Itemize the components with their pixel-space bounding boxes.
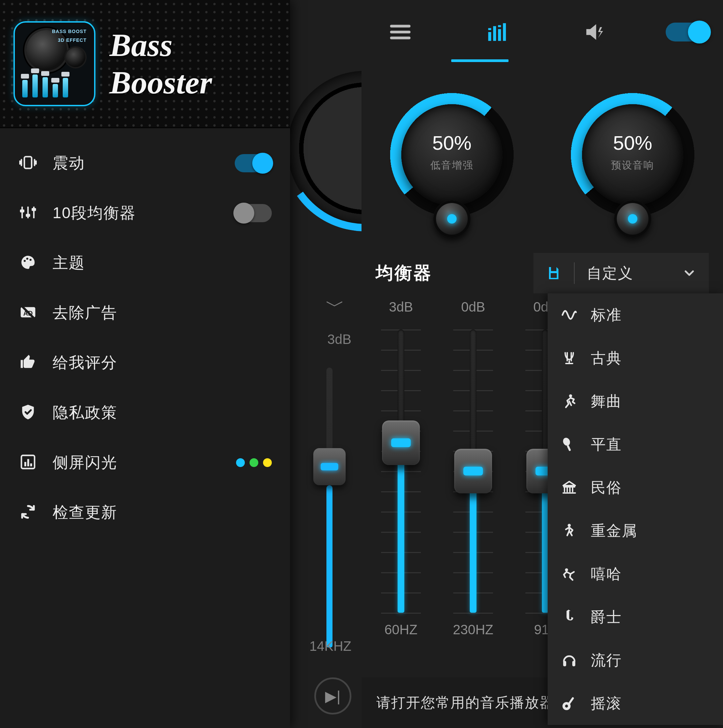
dancer-icon bbox=[561, 393, 577, 409]
menu-label: 震动 bbox=[53, 153, 85, 174]
divider bbox=[574, 262, 575, 284]
menu-label: 隐私政策 bbox=[53, 402, 117, 423]
chevron-down-icon bbox=[682, 266, 697, 281]
menu-item-rate[interactable]: 给我评分 bbox=[0, 338, 290, 388]
preset-item-pop[interactable]: 流行 bbox=[548, 639, 723, 682]
menu-label: 主题 bbox=[53, 252, 85, 274]
left-screenshot: ﹀ 3dB 14KHZ ▶| BASS BOOST 3D EFFECT Bass… bbox=[0, 0, 362, 728]
menu-label: 给我评分 bbox=[53, 352, 117, 373]
menu-label: 检查更新 bbox=[53, 502, 117, 523]
preset-item-dance[interactable]: 舞曲 bbox=[548, 380, 723, 423]
peek-freq-label: 14KHZ bbox=[310, 639, 352, 654]
thumb-up-icon bbox=[18, 353, 38, 372]
preset-item-hiphop[interactable]: 嘻哈 bbox=[548, 552, 723, 595]
menu-item-ten-band[interactable]: 10段均衡器 bbox=[0, 188, 290, 238]
next-track-button[interactable]: ▶| bbox=[314, 678, 352, 714]
band-hz: 230HZ bbox=[448, 622, 498, 637]
drawer-header: BASS BOOST 3D EFFECT Bass Booster bbox=[0, 0, 290, 128]
color-dots-icon bbox=[236, 458, 272, 467]
preset-label: 嘻哈 bbox=[591, 564, 622, 584]
preset-item-metal[interactable]: 重金属 bbox=[548, 509, 723, 552]
refresh-icon bbox=[18, 503, 38, 522]
hamburger-button[interactable] bbox=[375, 12, 426, 52]
dials-row: 50% 低音增强 50% 预设音响 bbox=[362, 64, 723, 253]
menu-item-theme[interactable]: 主题 bbox=[0, 238, 290, 288]
active-tab-indicator bbox=[451, 59, 509, 62]
headphones-icon bbox=[561, 652, 577, 668]
preset-item-flat[interactable]: 平直 bbox=[548, 423, 723, 466]
app-icon: BASS BOOST 3D EFFECT bbox=[14, 21, 95, 106]
museum-icon bbox=[561, 479, 577, 496]
menu-item-privacy[interactable]: 隐私政策 bbox=[0, 388, 290, 438]
breakdance-icon bbox=[561, 566, 577, 582]
preset-sound-dial[interactable]: 50% 预设音响 bbox=[558, 74, 707, 249]
wave-icon bbox=[561, 307, 577, 323]
menu-item-remove-ads[interactable]: 去除广告 bbox=[0, 288, 290, 338]
vibrate-icon bbox=[18, 154, 38, 173]
drawer-menu: 震动 10段均衡器 主题 去除广告 给我评分 bbox=[0, 128, 290, 548]
menu-item-update[interactable]: 检查更新 bbox=[0, 488, 290, 537]
vibrate-toggle[interactable] bbox=[235, 154, 272, 172]
volume-tab[interactable] bbox=[569, 12, 619, 52]
preset-item-classic[interactable]: 古典 bbox=[548, 336, 723, 380]
preset-label: 舞曲 bbox=[591, 392, 622, 411]
preset-label: 民俗 bbox=[591, 478, 622, 498]
ten-band-toggle[interactable] bbox=[235, 204, 272, 222]
preset-label: 重金属 bbox=[591, 521, 637, 541]
eq-band-slider[interactable] bbox=[376, 329, 426, 613]
rocker-icon bbox=[561, 523, 577, 539]
right-screenshot: 50% 低音增强 50% 预设音响 均衡器 自定义 3dB bbox=[362, 0, 723, 728]
menu-label: 10段均衡器 bbox=[53, 203, 136, 223]
bar-chart-icon bbox=[18, 453, 38, 472]
palette-icon bbox=[18, 254, 38, 272]
equalizer-tab[interactable] bbox=[472, 12, 522, 52]
peek-db-label: 3dB bbox=[327, 332, 352, 347]
peek-vertical-slider[interactable] bbox=[318, 367, 341, 647]
band-db: 3dB bbox=[376, 300, 426, 315]
preset-label: 爵士 bbox=[591, 607, 622, 627]
no-ad-icon bbox=[18, 303, 38, 322]
top-bar bbox=[362, 0, 723, 64]
preset-label: 古典 bbox=[591, 348, 622, 368]
preset-item-normal[interactable]: 标准 bbox=[548, 294, 723, 336]
power-toggle[interactable] bbox=[666, 23, 709, 41]
menu-item-vibrate[interactable]: 震动 bbox=[0, 138, 290, 188]
preset-item-rock[interactable]: 摇滚 bbox=[548, 682, 723, 725]
dial-label: 预设音响 bbox=[611, 159, 654, 172]
maracas-icon bbox=[561, 436, 577, 453]
preset-label: 标准 bbox=[591, 305, 622, 325]
eq-sliders-icon bbox=[18, 203, 38, 223]
shield-check-icon bbox=[18, 403, 38, 422]
preset-selected-label: 自定义 bbox=[587, 263, 670, 283]
app-title: Bass Booster bbox=[110, 26, 277, 101]
band-hz: 60HZ bbox=[376, 622, 426, 637]
lyre-icon bbox=[561, 350, 577, 366]
dial-knob[interactable] bbox=[433, 200, 471, 237]
eq-band-slider[interactable] bbox=[448, 329, 498, 613]
preset-item-folk[interactable]: 民俗 bbox=[548, 466, 723, 509]
menu-item-edge-light[interactable]: 侧屏闪光 bbox=[0, 438, 290, 488]
sax-icon bbox=[561, 609, 577, 625]
navigation-drawer: BASS BOOST 3D EFFECT Bass Booster 震动 10段… bbox=[0, 0, 290, 728]
background-app-peek: ﹀ 3dB 14KHZ ▶| bbox=[287, 0, 362, 728]
chevron-down-icon: ﹀ bbox=[326, 294, 345, 319]
menu-label: 去除广告 bbox=[53, 303, 117, 323]
band-db: 0dB bbox=[448, 300, 498, 315]
dial-percent: 50% bbox=[613, 131, 652, 154]
equalizer-title: 均衡器 bbox=[376, 262, 432, 285]
preset-label: 平直 bbox=[591, 434, 622, 454]
guitar-icon bbox=[561, 695, 577, 711]
dial-label: 低音增强 bbox=[430, 159, 474, 172]
preset-label: 流行 bbox=[591, 650, 622, 670]
dial-knob[interactable] bbox=[614, 200, 651, 237]
preset-item-jazz[interactable]: 爵士 bbox=[548, 595, 723, 639]
bass-boost-dial[interactable]: 50% 低音增强 bbox=[378, 74, 526, 249]
preset-dropdown: 标准古典舞曲平直民俗重金属嘻哈爵士流行摇滚 bbox=[548, 294, 723, 725]
preset-label: 摇滚 bbox=[591, 694, 622, 714]
menu-label: 侧屏闪光 bbox=[53, 452, 117, 473]
save-icon[interactable] bbox=[546, 265, 562, 281]
preset-selector[interactable]: 自定义 bbox=[533, 253, 709, 294]
dial-percent: 50% bbox=[432, 131, 471, 154]
